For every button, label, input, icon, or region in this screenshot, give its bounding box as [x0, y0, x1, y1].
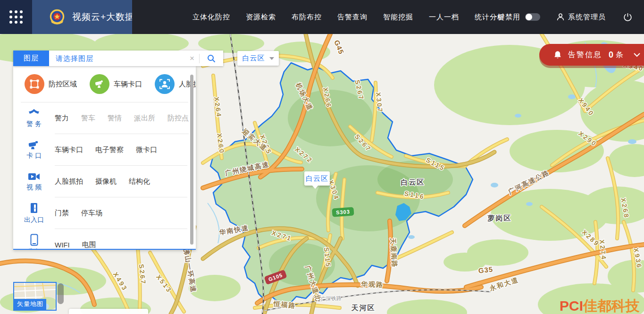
layer-item[interactable]: 摄像机	[95, 177, 117, 186]
category-name: 手 机	[26, 248, 42, 250]
camera-icon: 卡 口	[13, 134, 55, 166]
category-row-3: 出入口门禁停车场	[13, 197, 196, 229]
layer-item[interactable]: 车辆卡口	[55, 145, 83, 154]
quick-layer-label: 车辆卡口	[114, 80, 142, 89]
category-items: WIFI电围	[55, 229, 187, 250]
map-road-label: 华观路	[360, 280, 384, 289]
phone-icon: 手 机	[13, 229, 55, 250]
category-row-4: 手 机WIFI电围	[13, 229, 196, 250]
layer-item[interactable]: WIFI	[55, 241, 70, 249]
road-badge-text: S303	[336, 209, 350, 215]
one-key-disable-label: 一键禁用	[490, 13, 520, 22]
chevron-down-icon[interactable]	[633, 52, 641, 57]
vendor-watermark: PCI佳都科技	[560, 297, 640, 314]
district-select[interactable]: 白云区	[237, 51, 279, 66]
map-slider-handle[interactable]	[58, 283, 64, 304]
category-name: 警 务	[26, 120, 42, 128]
main-nav: 立体化防控资源检索布防布控告警查询智能挖掘一人一档统计分析 一键禁用 系统管理员	[132, 0, 644, 34]
nav-items: 立体化防控资源检索布防布控告警查询智能挖掘一人一档统计分析	[192, 13, 505, 22]
district-tooltip-text: 白云区	[306, 174, 328, 183]
map-road-label: 广深铁路	[321, 295, 342, 302]
top-bar: 视频云+大数据应用平台 立体化防控资源检索布防布控告警查询智能挖掘一人一档统计分…	[0, 0, 644, 34]
user-icon	[556, 13, 565, 21]
nav-item-2[interactable]: 布防布控	[292, 13, 322, 22]
quick-layer-0[interactable]: 防控区域	[25, 74, 77, 94]
minimap[interactable]: 矢量地图	[13, 282, 57, 311]
face-capture-icon	[155, 74, 175, 94]
category-name: 出入口	[24, 216, 44, 224]
category-items: 警力警车警情派出所防控点	[55, 102, 189, 134]
checkpoint-camera-icon	[90, 74, 109, 94]
minimap-label[interactable]: 矢量地图	[14, 299, 46, 310]
layer-item[interactable]: 结构化	[129, 177, 150, 186]
panel-scrollbar[interactable]	[190, 75, 193, 245]
layer-item[interactable]: 派出所	[134, 114, 155, 123]
layer-item[interactable]: 电围	[82, 240, 96, 249]
layer-search-input[interactable]	[49, 54, 185, 62]
admin-name: 系统管理员	[568, 13, 606, 22]
bottom-panel-sliver	[69, 309, 148, 314]
watermark-name: 佳都科技	[583, 298, 640, 314]
layer-item[interactable]: 警力	[55, 114, 69, 123]
nav-item-4[interactable]: 智能挖掘	[383, 13, 413, 22]
clear-icon[interactable]: ×	[185, 54, 199, 63]
nav-item-1[interactable]: 资源检索	[246, 13, 276, 22]
nav-item-5[interactable]: 一人一档	[429, 13, 459, 22]
layer-item[interactable]: 停车场	[81, 209, 102, 218]
alert-unit: 条	[616, 50, 623, 60]
category-items: 车辆卡口电子警察微卡口	[55, 134, 187, 166]
police-emblem-icon	[48, 8, 66, 26]
layer-item[interactable]: 门禁	[55, 209, 69, 218]
apps-menu-button[interactable]	[0, 0, 32, 34]
topbar-right-cluster: 一键禁用 系统管理员	[490, 0, 644, 34]
caret-down-icon	[269, 57, 274, 60]
admin-menu[interactable]: 系统管理员	[556, 13, 606, 22]
search-icon	[207, 54, 216, 63]
layer-categories: 警 务警力警车警情派出所防控点卡 口车辆卡口电子警察微卡口视 频人脸抓拍摄像机结…	[13, 102, 196, 250]
category-items: 人脸抓拍摄像机结构化	[55, 166, 187, 197]
category-name: 卡 口	[26, 152, 42, 160]
app-logo-block: 视频云+大数据应用平台	[32, 0, 132, 34]
video-icon: 视 频	[13, 166, 55, 197]
category-row-2: 视 频人脸抓拍摄像机结构化	[13, 166, 196, 197]
layer-item[interactable]: 微卡口	[136, 145, 157, 154]
nav-item-3[interactable]: 告警查询	[337, 13, 368, 22]
map-district-label: 白云区	[401, 178, 425, 186]
watermark-pci: PCI	[560, 298, 583, 314]
category-row-0: 警 务警力警车警情派出所防控点	[13, 102, 196, 134]
layer-item[interactable]: 警情	[108, 114, 122, 123]
alert-count: 0	[609, 50, 613, 60]
layer-search-bar: ×	[49, 51, 223, 66]
alert-label: 告警信息	[568, 50, 602, 60]
district-tooltip: 白云区	[304, 171, 330, 186]
bell-icon	[553, 51, 562, 59]
layer-item[interactable]: 人脸抓拍	[55, 177, 83, 186]
nav-item-0[interactable]: 立体化防控	[192, 13, 230, 22]
district-select-value: 白云区	[243, 54, 265, 63]
quick-layer-label: 防控区域	[49, 80, 77, 89]
alert-banner[interactable]: 告警信息 0 条	[539, 44, 644, 66]
layer-panel-header: 图层 ×	[13, 51, 223, 66]
quick-layer-row: 防控区域车辆卡口人脸抓拍	[13, 66, 196, 102]
map-road-label: G35	[478, 265, 493, 274]
layer-item[interactable]: 电子警察	[95, 145, 124, 154]
layer-item[interactable]: 防控点	[167, 114, 189, 123]
layer-item[interactable]: 警车	[81, 114, 95, 123]
category-items: 门禁停车场	[55, 197, 187, 229]
map-district-label: 天河区	[351, 304, 376, 312]
quick-layer-1[interactable]: 车辆卡口	[90, 74, 142, 94]
category-name: 视 频	[26, 183, 42, 192]
region-icon	[25, 74, 44, 94]
app-window: G105S303 X283X264X260G45机场大道X266S267X307…	[0, 0, 644, 314]
tab-layers[interactable]: 图层	[13, 51, 49, 66]
power-icon[interactable]	[623, 12, 633, 22]
door-icon: 出入口	[13, 197, 55, 229]
quick-layer-2[interactable]: 人脸抓拍	[155, 74, 196, 94]
map-district-label: 萝岗区	[487, 214, 512, 222]
search-button[interactable]	[200, 54, 223, 63]
category-row-1: 卡 口车辆卡口电子警察微卡口	[13, 134, 196, 166]
layer-panel-body: 防控区域车辆卡口人脸抓拍 警 务警力警车警情派出所防控点卡 口车辆卡口电子警察微…	[13, 66, 196, 250]
apps-grid-icon	[9, 10, 23, 24]
one-key-disable-toggle[interactable]	[525, 13, 540, 21]
police-badge-icon: 警 务	[13, 102, 55, 134]
